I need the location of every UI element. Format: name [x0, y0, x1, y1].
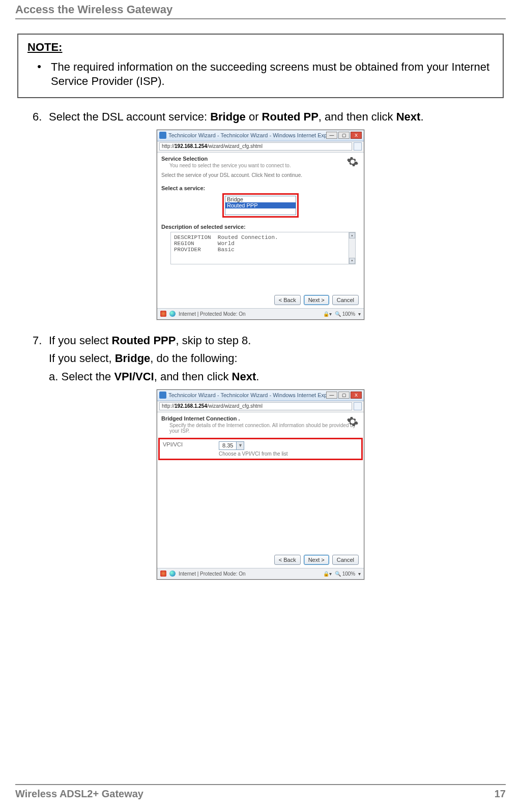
page-footer: Wireless ADSL2+ Gateway 17: [15, 784, 506, 800]
ie-titlebar[interactable]: Technicolor Wizard - Technicolor Wizard …: [157, 130, 364, 141]
ie-address-bar[interactable]: http://192.168.1.254/wizard/wizard_cfg.s…: [157, 141, 364, 153]
chevron-down-icon[interactable]: ▼: [236, 442, 244, 449]
ie-titlebar[interactable]: Technicolor Wizard - Technicolor Wizard …: [157, 390, 364, 401]
step-6-mid1: or: [246, 110, 262, 123]
step-7-line1-pre: If you select: [49, 334, 112, 347]
status-text: Internet | Protected Mode: On: [179, 311, 246, 317]
step-7: 7. If you select Routed PPP, skip to ste…: [33, 333, 504, 384]
note-bullet: • The required information on the succee…: [27, 60, 494, 88]
service-prompt: Select the service of your DSL account. …: [161, 172, 360, 178]
next-button[interactable]: Next >: [304, 295, 329, 305]
service-list-highlight: Bridge Routed PPP: [222, 193, 299, 218]
ie-window-service-selection: Technicolor Wizard - Technicolor Wizard …: [157, 130, 364, 320]
bullet-dot: •: [27, 60, 51, 88]
ie-url-field[interactable]: http://192.168.1.254/wizard/wizard_cfg.s…: [159, 402, 352, 410]
step-7a-bold-next: Next: [232, 370, 256, 383]
footer-left: Wireless ADSL2+ Gateway: [15, 788, 143, 800]
ie-status-bar: Internet | Protected Mode: On 🔒▾ 🔍100% ▾: [157, 308, 364, 319]
ie-window-title: Technicolor Wizard - Technicolor Wizard …: [168, 392, 326, 398]
step-6-post: .: [420, 110, 423, 123]
step-7-line1-bold: Routed PPP: [112, 334, 176, 347]
vpivci-hint: Choose a VPI/VCI from the list: [219, 451, 288, 457]
status-text: Internet | Protected Mode: On: [179, 571, 246, 577]
vpivci-dropdown[interactable]: 8.35 ▼: [219, 441, 244, 450]
step-7a-pre: a. Select the: [49, 370, 114, 383]
step-7-line2-bold: Bridge: [115, 352, 151, 365]
step-7-number: 7.: [33, 333, 49, 384]
step-6-bold-next: Next: [396, 110, 421, 123]
description-box: DESCRIPTION Routed Connection. REGION Wo…: [170, 232, 356, 264]
vpivci-label: VPI/VCI: [163, 441, 219, 447]
zoom-icon: 🔍: [335, 311, 341, 317]
step-7-line1-post: , skip to step 8.: [176, 334, 251, 347]
gear-icon: [346, 415, 359, 428]
step-7a-post: .: [256, 370, 259, 383]
section-desc: You need to select the service you want …: [169, 163, 360, 168]
wizard-content-service: Service Selection You need to select the…: [157, 153, 364, 308]
step-7a-bold-vpivci: VPI/VCI: [114, 370, 154, 383]
header-rule: [15, 18, 506, 19]
gear-icon: [346, 156, 359, 168]
step-7-line2-pre: If you select,: [49, 352, 115, 365]
step-6-mid2: , and then click: [319, 110, 396, 123]
section-title: Service Selection: [161, 156, 360, 162]
step-6: 6. Select the DSL account service: Bridg…: [33, 109, 504, 125]
service-option-bridge[interactable]: Bridge: [225, 196, 296, 202]
vpivci-value: 8.35: [219, 442, 236, 449]
ie-url-field[interactable]: http://192.168.1.254/wizard/wizard_cfg.s…: [159, 142, 352, 151]
ie-favicon-icon: [159, 132, 166, 139]
internet-zone-icon: [169, 570, 176, 577]
step-7-line2-post: , do the following:: [150, 352, 237, 365]
scroll-up-icon[interactable]: ▴: [349, 232, 355, 238]
security-shield-icon: [160, 570, 166, 577]
ie-window-bridged-connection: Technicolor Wizard - Technicolor Wizard …: [157, 389, 364, 580]
window-close-button[interactable]: X: [351, 392, 362, 399]
cancel-button[interactable]: Cancel: [332, 295, 359, 305]
select-service-label: Select a service:: [161, 185, 360, 191]
zoom-icon: 🔍: [335, 571, 341, 577]
back-button[interactable]: < Back: [274, 555, 301, 565]
protected-mode-icon[interactable]: 🔒▾: [323, 571, 332, 577]
zoom-control[interactable]: 🔍100% ▾: [335, 311, 361, 317]
protected-mode-icon[interactable]: 🔒▾: [323, 311, 332, 317]
wizard-content-bridged: Bridged Internet Connection . Specify th…: [157, 412, 364, 568]
window-maximize-button[interactable]: ▢: [338, 392, 350, 399]
service-option-routed-ppp[interactable]: Routed PPP: [225, 202, 296, 208]
scroll-down-icon[interactable]: ▾: [349, 258, 355, 264]
window-close-button[interactable]: X: [351, 132, 362, 139]
note-text: The required information on the succeedi…: [51, 60, 494, 88]
next-button[interactable]: Next >: [304, 555, 329, 565]
ie-window-title: Technicolor Wizard - Technicolor Wizard …: [168, 132, 326, 138]
note-label: NOTE:: [27, 41, 494, 54]
ie-refresh-icon[interactable]: [354, 402, 362, 410]
window-maximize-button[interactable]: ▢: [338, 132, 350, 139]
ie-refresh-icon[interactable]: [354, 142, 362, 151]
window-minimize-button[interactable]: —: [326, 132, 337, 139]
ie-address-bar[interactable]: http://192.168.1.254/wizard/wizard_cfg.s…: [157, 401, 364, 412]
note-box: NOTE: • The required information on the …: [17, 34, 504, 98]
ie-favicon-icon: [159, 392, 166, 399]
page-header-title: Access the Wireless Gateway: [15, 0, 506, 18]
vpivci-row-highlight: VPI/VCI 8.35 ▼ Choose a VPI/VCI from the…: [158, 438, 363, 460]
step-6-bold-routed: Routed PP: [262, 110, 319, 123]
step-7a-mid: , and then click: [154, 370, 232, 383]
section-title: Bridged Internet Connection .: [161, 415, 360, 422]
description-label: Description of selected service:: [161, 224, 360, 230]
security-shield-icon: [160, 311, 166, 317]
section-desc: Specify the details of the Internet conn…: [169, 423, 360, 434]
cancel-button[interactable]: Cancel: [332, 555, 359, 565]
back-button[interactable]: < Back: [274, 295, 301, 305]
window-minimize-button[interactable]: —: [326, 392, 337, 399]
zoom-control[interactable]: 🔍100% ▾: [335, 571, 361, 577]
step-6-text: Select the DSL account service:: [49, 110, 210, 123]
internet-zone-icon: [169, 311, 176, 317]
footer-rule: [15, 784, 506, 785]
step-6-body: Select the DSL account service: Bridge o…: [49, 109, 504, 125]
step-7-body: If you select Routed PPP, skip to step 8…: [49, 333, 504, 384]
service-option-blank: [225, 208, 296, 215]
description-scrollbar[interactable]: ▴ ▾: [349, 232, 355, 264]
service-listbox[interactable]: Bridge Routed PPP: [225, 196, 296, 215]
ie-status-bar: Internet | Protected Mode: On 🔒▾ 🔍100% ▾: [157, 568, 364, 579]
footer-page-number: 17: [495, 788, 506, 800]
step-6-number: 6.: [33, 109, 49, 125]
